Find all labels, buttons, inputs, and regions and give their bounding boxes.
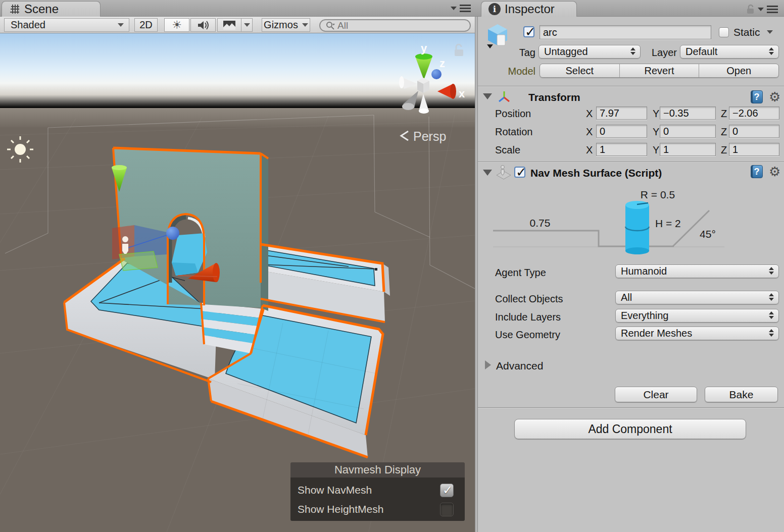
search-input[interactable]: [337, 20, 449, 31]
scene-toolbar: Shaded 2D ☀: [0, 17, 478, 33]
add-component-button[interactable]: Add Component: [514, 419, 746, 439]
radius-label: R = 0.5: [641, 189, 675, 200]
navmesh-surface-icon: [495, 165, 512, 180]
popup-arrows-icon: [769, 47, 774, 55]
y-axis-label: Y: [653, 126, 659, 138]
include-layers-dropdown[interactable]: Everything: [615, 309, 779, 323]
navmesh-display-title: Navmesh Display: [290, 462, 465, 477]
tag-dropdown[interactable]: Untagged: [538, 45, 641, 59]
navmesh-display-overlay: Navmesh Display Show NavMesh ✓ Show Heig…: [290, 462, 465, 521]
use-geometry-label: Use Geometry: [495, 329, 560, 341]
shading-mode-label: Shaded: [11, 19, 45, 31]
inspector-tab-label: Inspector: [505, 2, 555, 16]
agent-type-dropdown[interactable]: Humanoid: [615, 264, 779, 278]
axis-z-handle: [431, 69, 442, 79]
popup-arrows-icon: [769, 329, 774, 337]
unity-editor-window: Scene Shaded 2D ☀: [0, 0, 784, 532]
inspector-tabbar: i Inspector: [478, 0, 784, 17]
collect-objects-dropdown[interactable]: All: [615, 291, 779, 304]
agent-settings-diagram: R = 0.5 0.75 H = 2 45°: [478, 184, 784, 257]
position-y-field[interactable]: [660, 107, 716, 120]
scene-render: y z x Persp: [0, 33, 475, 532]
position-x-field[interactable]: [596, 107, 647, 120]
persp-label: Persp: [413, 129, 446, 143]
collect-objects-value: All: [621, 292, 632, 303]
wall-side: [261, 153, 268, 311]
show-navmesh-label: Show NavMesh: [298, 484, 372, 496]
use-geometry-dropdown[interactable]: Render Meshes: [615, 327, 779, 340]
rotation-z-field[interactable]: [729, 125, 779, 138]
help-icon[interactable]: ?: [751, 90, 763, 103]
sun-icon: ☀: [172, 19, 182, 31]
scene-tabbar: Scene: [0, 0, 478, 17]
effects-dropdown[interactable]: [241, 18, 253, 32]
pane-menu-icon[interactable]: [460, 4, 471, 12]
scene-viewport[interactable]: y z x Persp Navmesh Display: [0, 33, 475, 532]
active-checkbox[interactable]: ✓: [523, 26, 534, 37]
use-geometry-value: Render Meshes: [621, 328, 692, 339]
tag-value: Untagged: [544, 46, 588, 58]
model-prefab-icon[interactable]: [484, 21, 512, 49]
audio-toggle-button[interactable]: [190, 18, 216, 32]
gizmos-label: Gizmos: [264, 19, 298, 31]
pane-menu-icon[interactable]: [767, 5, 778, 13]
pane-dropdown-icon[interactable]: [451, 7, 457, 10]
layer-value: Default: [685, 46, 717, 58]
static-dropdown-icon[interactable]: [767, 30, 773, 34]
scene-tab-label: Scene: [24, 2, 59, 16]
scale-z-field[interactable]: [729, 143, 779, 156]
popup-arrows-icon: [769, 293, 774, 301]
effects-toggle-button[interactable]: [217, 18, 241, 32]
axis-y-label: y: [421, 42, 427, 55]
help-icon[interactable]: ?: [751, 165, 763, 178]
clear-button[interactable]: Clear: [615, 387, 697, 402]
chevron-down-icon: [302, 23, 308, 27]
y-axis-label: Y: [653, 144, 659, 156]
chevron-down-icon: [118, 23, 124, 27]
gear-icon[interactable]: ⚙: [769, 164, 780, 179]
position-label: Position: [495, 108, 531, 120]
scene-search-field[interactable]: [319, 19, 471, 32]
z-axis-label: Z: [721, 144, 727, 156]
scale-x-field[interactable]: [596, 143, 647, 156]
shading-mode-dropdown[interactable]: Shaded: [4, 18, 129, 32]
info-icon: i: [488, 3, 501, 15]
model-open-button[interactable]: Open: [699, 64, 778, 77]
bake-button[interactable]: Bake: [705, 387, 778, 402]
static-checkbox[interactable]: ✓: [719, 27, 729, 37]
axis-z-label: z: [439, 57, 445, 70]
pane-dropdown-icon[interactable]: [758, 8, 764, 11]
advanced-foldout[interactable]: [485, 360, 491, 369]
gizmos-dropdown[interactable]: Gizmos: [262, 18, 310, 32]
speaker-icon: [197, 20, 209, 31]
rotation-x-field[interactable]: [596, 125, 647, 138]
navmesh-foldout[interactable]: [483, 170, 492, 176]
popup-arrows-icon: [630, 47, 635, 55]
check-icon: ✓: [516, 165, 527, 180]
collect-objects-label: Collect Objects: [495, 293, 563, 305]
transform-foldout[interactable]: [483, 93, 492, 99]
model-revert-button[interactable]: Revert: [619, 64, 699, 77]
gear-icon[interactable]: ⚙: [769, 89, 780, 104]
model-select-button[interactable]: Select: [540, 64, 619, 77]
lighting-toggle-button[interactable]: ☀: [164, 18, 189, 32]
navmesh-title: Nav Mesh Surface (Script): [530, 167, 662, 179]
include-layers-value: Everything: [621, 310, 669, 322]
gameobject-name-field[interactable]: [540, 25, 711, 39]
tab-scene[interactable]: Scene: [2, 1, 101, 17]
show-navmesh-checkbox[interactable]: ✓: [440, 484, 454, 497]
show-heightmesh-checkbox[interactable]: ✓: [440, 503, 454, 516]
position-z-field[interactable]: [729, 107, 779, 120]
scale-label: Scale: [495, 144, 520, 156]
check-icon: ✓: [525, 24, 536, 39]
lock-icon[interactable]: [746, 4, 755, 14]
layer-dropdown[interactable]: Default: [680, 45, 779, 59]
toggle-2d-button[interactable]: 2D: [134, 18, 158, 32]
axis-x-label: x: [459, 87, 465, 100]
transform-icon: [497, 90, 511, 104]
tab-inspector[interactable]: i Inspector: [481, 1, 577, 17]
navmesh-enabled-checkbox[interactable]: ✓: [514, 167, 525, 178]
sphere-gizmo[interactable]: [166, 227, 179, 240]
rotation-y-field[interactable]: [660, 125, 716, 138]
scale-y-field[interactable]: [660, 143, 716, 156]
